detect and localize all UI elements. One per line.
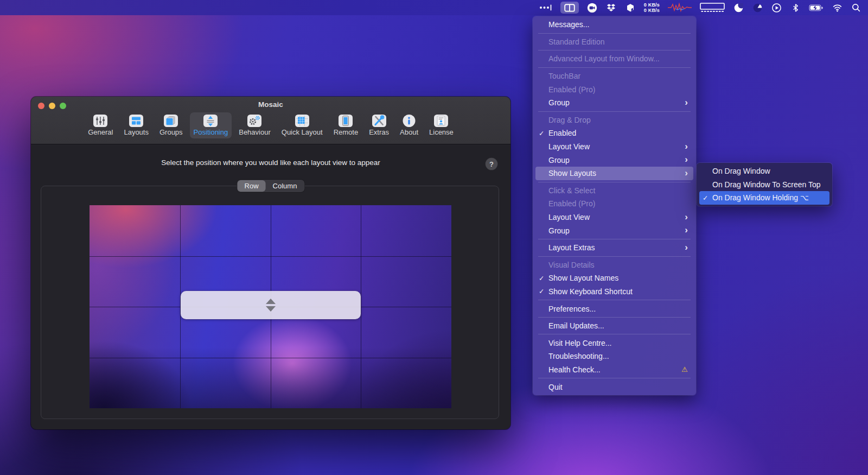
- submenu-chevron-icon: ›: [685, 212, 688, 221]
- preferences-toolbar: GeneralLayoutsGroupsPositioningBehaviour…: [31, 112, 510, 138]
- layouts-icon: [127, 114, 145, 128]
- menu-item-advanced-layout-from-window: Advanced Layout from Window...: [535, 52, 693, 66]
- tab-label: General: [88, 128, 113, 136]
- menu-item-enabled[interactable]: ✓Enabled: [535, 126, 693, 140]
- spotlight-search-icon[interactable]: [851, 2, 861, 14]
- menu-item-label: Show Layouts: [548, 169, 596, 178]
- camera-icon[interactable]: [587, 2, 598, 14]
- menu-item-label: Email Updates...: [548, 321, 604, 330]
- battery-charging-icon[interactable]: [809, 2, 824, 14]
- tab-quick-layout[interactable]: Quick Layout: [278, 112, 327, 138]
- tab-label: Positioning: [194, 128, 228, 136]
- network-speed-readout[interactable]: 0 KB/s0 KB/s: [644, 2, 660, 13]
- position-picker-panel: [41, 186, 499, 419]
- tab-about[interactable]: About: [396, 112, 422, 138]
- network-graph-icon[interactable]: [668, 2, 692, 14]
- menu-item-touchbar: TouchBar: [535, 69, 693, 83]
- tab-label: About: [400, 128, 418, 136]
- grid-line-horizontal: [90, 256, 451, 257]
- menu-item-label: Standard Edition: [548, 37, 605, 46]
- tab-behaviour[interactable]: Behaviour: [235, 112, 275, 138]
- window-title: Mosaic: [31, 100, 510, 109]
- grid-line-horizontal: [90, 358, 451, 358]
- menu-item-quit[interactable]: Quit: [535, 380, 693, 394]
- tab-label: Quick Layout: [282, 128, 323, 136]
- menu-item-label: Show Keyboard Shortcut: [548, 287, 633, 296]
- show-layouts-submenu: On Drag WindowOn Drag Window To Screen T…: [697, 163, 832, 206]
- menu-item-label: Group: [548, 156, 570, 164]
- menu-item-layout-view[interactable]: Layout View›: [535, 140, 693, 154]
- tab-groups[interactable]: Groups: [156, 112, 187, 138]
- menu-item-label: Preferences...: [548, 305, 596, 313]
- moon-phase-icon[interactable]: [733, 2, 744, 14]
- tab-license[interactable]: License: [425, 112, 457, 138]
- menu-item-on-drag-window[interactable]: On Drag Window: [699, 164, 829, 178]
- mosaic-status-menu: Messages...Standard EditionAdvanced Layo…: [533, 16, 696, 395]
- pie-chart-icon[interactable]: [752, 2, 763, 14]
- menu-item-layout-view[interactable]: Layout View›: [535, 211, 693, 224]
- menu-item-enabled-pro: Enabled (Pro): [535, 83, 693, 96]
- menu-item-on-drag-window-to-screen-top[interactable]: On Drag Window To Screen Top: [699, 178, 829, 192]
- tab-label: Extras: [369, 128, 389, 136]
- segment-row[interactable]: Row: [238, 180, 266, 192]
- menu-item-label: Enabled (Pro): [548, 199, 595, 208]
- tab-label: Groups: [159, 128, 183, 136]
- menu-item-troubleshooting[interactable]: Troubleshooting...: [535, 350, 693, 363]
- down-arrow-icon: [266, 306, 276, 312]
- tab-layouts[interactable]: Layouts: [120, 112, 152, 138]
- menu-item-visit-help-centre[interactable]: Visit Help Centre...: [535, 336, 693, 350]
- mosaic-menu-icon[interactable]: [560, 2, 579, 14]
- menu-item-standard-edition: Standard Edition: [535, 35, 693, 49]
- menu-item-label: Group: [548, 226, 570, 235]
- play-circle-icon[interactable]: [771, 2, 782, 14]
- window-chrome: Mosaic GeneralLayoutsGroupsPositioningBe…: [31, 97, 510, 144]
- menu-item-label: TouchBar: [548, 72, 580, 80]
- wifi-icon[interactable]: [832, 2, 843, 14]
- tab-remote[interactable]: Remote: [330, 112, 362, 138]
- menu-item-label: On Drag Window Holding ⌥: [712, 193, 809, 202]
- tab-general[interactable]: General: [84, 112, 117, 138]
- menu-item-messages[interactable]: Messages...: [535, 18, 693, 31]
- menu-item-preferences[interactable]: Preferences...: [535, 302, 693, 315]
- menu-bar: 0 KB/s0 KB/s: [0, 0, 868, 15]
- checkmark-icon: ✓: [539, 129, 548, 137]
- tab-extras[interactable]: Extras: [365, 112, 393, 138]
- menu-separator: [538, 378, 691, 378]
- menu-item-label: Health Check...: [548, 365, 601, 374]
- menu-separator: [538, 67, 691, 68]
- menu-separator: [538, 317, 691, 318]
- menu-item-group[interactable]: Group›: [535, 153, 693, 167]
- menu-item-label: Show Layout Names: [548, 274, 618, 282]
- bluetooth-icon[interactable]: [790, 2, 801, 14]
- dropbox-icon[interactable]: [606, 2, 617, 14]
- warning-icon: ⚠: [681, 365, 688, 373]
- menu-item-label: Messages...: [548, 20, 589, 29]
- menu-item-email-updates[interactable]: Email Updates...: [535, 319, 693, 333]
- menu-item-on-drag-window-holding[interactable]: ✓On Drag Window Holding ⌥: [699, 191, 829, 205]
- menu-item-show-keyboard-shortcut[interactable]: ✓Show Keyboard Shortcut: [535, 285, 693, 299]
- general-sliders-icon: [91, 114, 110, 128]
- menu-item-group[interactable]: Group›: [535, 224, 693, 237]
- menu-item-health-check[interactable]: Health Check...⚠: [535, 363, 693, 377]
- menu-separator: [538, 50, 691, 50]
- box-icon[interactable]: [625, 2, 636, 14]
- menu-item-layout-extras[interactable]: Layout Extras›: [535, 241, 693, 255]
- help-button[interactable]: ?: [486, 158, 497, 170]
- row-column-segmented-control: RowColumn: [237, 180, 305, 192]
- tab-positioning[interactable]: Positioning: [190, 112, 232, 138]
- menu-item-show-layouts[interactable]: Show Layouts›: [535, 167, 693, 180]
- hidden-items-icon[interactable]: [538, 2, 552, 14]
- positioning-pane: Select the position where you would like…: [31, 145, 510, 429]
- layout-view-position-pill[interactable]: [181, 291, 361, 319]
- menu-separator: [538, 334, 691, 334]
- memory-widget-icon[interactable]: [700, 2, 725, 14]
- screen-preview[interactable]: [90, 205, 451, 408]
- segment-column[interactable]: Column: [266, 180, 304, 192]
- mosaic-preferences-window: Mosaic GeneralLayoutsGroupsPositioningBe…: [31, 97, 510, 429]
- submenu-chevron-icon: ›: [685, 168, 688, 178]
- quick-layout-grid-icon: [293, 114, 311, 128]
- menu-separator: [538, 300, 691, 300]
- menu-item-show-layout-names[interactable]: ✓Show Layout Names: [535, 271, 693, 285]
- menu-item-group[interactable]: Group›: [535, 96, 693, 110]
- submenu-chevron-icon: ›: [685, 243, 688, 252]
